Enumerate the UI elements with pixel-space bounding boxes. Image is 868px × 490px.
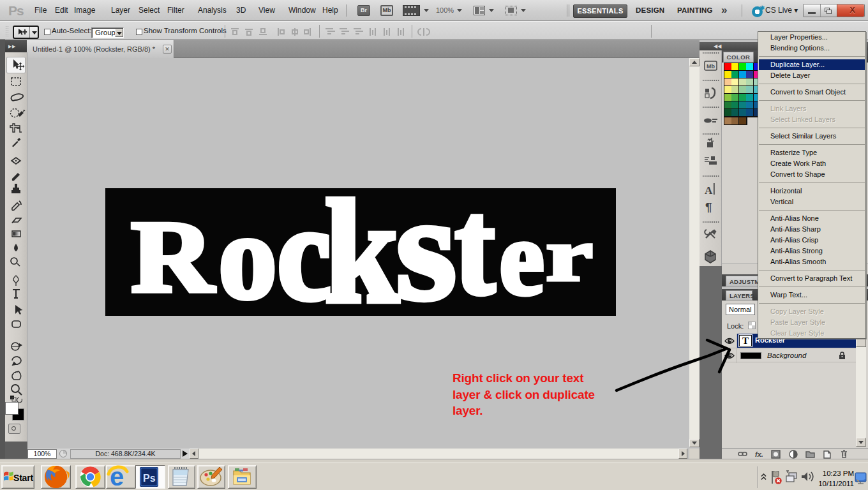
svg-text:c: c (278, 188, 331, 316)
svg-text:¶: ¶ (705, 200, 712, 214)
svg-text:s: s (396, 188, 457, 316)
svg-text:Ps: Ps (143, 473, 156, 484)
svg-text:R: R (131, 200, 216, 313)
svg-text:r: r (546, 214, 593, 297)
svg-text:o: o (219, 190, 277, 316)
svg-text:e: e (500, 198, 544, 316)
svg-text:t: t (455, 188, 495, 316)
svg-text:fx.: fx. (755, 450, 763, 458)
svg-text:Mb: Mb (707, 63, 715, 70)
svg-text:A: A (705, 184, 713, 197)
svg-text:k: k (325, 188, 399, 316)
